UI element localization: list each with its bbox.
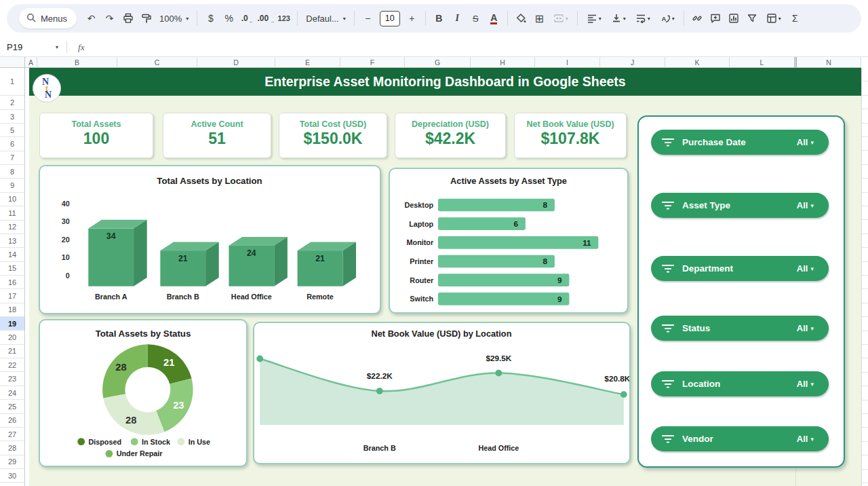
- kpi-card-total-cost-usd[interactable]: Total Cost (USD)$150.0K: [279, 113, 387, 158]
- row-header-18[interactable]: 18: [0, 303, 24, 317]
- row-header-19[interactable]: 19: [0, 317, 24, 331]
- fill-color-icon[interactable]: [512, 9, 530, 28]
- name-box[interactable]: P19 ▾: [0, 42, 65, 52]
- chart-card-net-book-value-by-location[interactable]: Net Book Value (USD) by Location$22.2K$2…: [253, 322, 631, 464]
- row-header-3[interactable]: 3: [0, 110, 24, 124]
- filter-pill-vendor[interactable]: VendorAll▾: [651, 426, 829, 451]
- filter-value-dropdown[interactable]: All▾: [797, 323, 814, 333]
- filter-value-dropdown[interactable]: All▾: [797, 200, 814, 210]
- decrease-decimal-icon[interactable]: .0←: [238, 9, 256, 28]
- filter-pill-asset-type[interactable]: Asset TypeAll▾: [651, 193, 829, 218]
- font-select[interactable]: Defaul...▾: [302, 9, 349, 28]
- increase-font-size-icon[interactable]: +: [403, 9, 421, 28]
- text-color-icon[interactable]: A: [485, 9, 503, 28]
- column-header-I[interactable]: I: [535, 57, 600, 68]
- chart-card-active-assets-by-asset-type[interactable]: Active Assets by Asset TypeDesktop8Lapto…: [389, 168, 629, 314]
- row-header-25[interactable]: 25: [0, 400, 24, 413]
- text-rotation-icon[interactable]: A▾: [655, 9, 679, 28]
- row-header-9[interactable]: 9: [0, 179, 24, 192]
- functions-icon[interactable]: Σ: [786, 9, 804, 28]
- insert-comment-icon[interactable]: [707, 9, 725, 28]
- kpi-card-active-count[interactable]: Active Count51: [163, 113, 271, 158]
- print-icon[interactable]: [119, 9, 137, 28]
- row-header-12[interactable]: 12: [0, 221, 24, 234]
- row-header-15[interactable]: 15: [0, 262, 24, 276]
- filter-value-dropdown[interactable]: All▾: [797, 263, 814, 274]
- row-header-28[interactable]: 28: [0, 441, 24, 455]
- column-header-C[interactable]: C: [117, 57, 197, 68]
- filter-value-dropdown[interactable]: All▾: [797, 137, 814, 147]
- row-header-7[interactable]: 7: [0, 151, 24, 165]
- kpi-card-net-book-value-usd[interactable]: Net Book Value (USD)$107.8K: [514, 113, 627, 158]
- row-header-20[interactable]: 20: [0, 331, 24, 344]
- column-header-J[interactable]: J: [600, 57, 665, 68]
- horizontal-align-icon[interactable]: ▾: [582, 9, 606, 28]
- increase-decimal-icon[interactable]: .00→: [256, 9, 275, 28]
- column-header-G[interactable]: G: [405, 57, 471, 68]
- italic-icon[interactable]: I: [448, 9, 467, 28]
- insert-link-icon[interactable]: [688, 9, 707, 28]
- row-header-27[interactable]: 27: [0, 428, 24, 441]
- row-header-10[interactable]: 10: [0, 193, 24, 206]
- select-all-corner[interactable]: [0, 57, 25, 68]
- column-header-K[interactable]: K: [665, 57, 730, 68]
- kpi-card-depreciation-usd[interactable]: Depreciation (USD)$42.2K: [395, 113, 506, 158]
- chart-card-total-assets-by-location[interactable]: Total Assets by Location40302010034Branc…: [39, 165, 381, 314]
- chart-card-total-assets-by-status[interactable]: Total Assets by Status21232828DisposedIn…: [39, 319, 248, 467]
- filter-value-dropdown[interactable]: All▾: [797, 434, 814, 444]
- merge-cells-icon[interactable]: ▾: [549, 9, 573, 28]
- row-header-6[interactable]: 6: [0, 137, 24, 151]
- table-views-icon[interactable]: ▾: [762, 9, 786, 28]
- bold-icon[interactable]: B: [430, 9, 448, 28]
- redo-icon[interactable]: ↷: [100, 9, 119, 28]
- row-header-2[interactable]: 2: [0, 96, 24, 110]
- row-header-23[interactable]: 23: [0, 372, 24, 386]
- create-filter-icon[interactable]: [743, 9, 762, 28]
- sheet-gutter[interactable]: [861, 68, 868, 486]
- more-formats-icon[interactable]: 123: [275, 9, 293, 28]
- column-header-D[interactable]: D: [197, 57, 275, 68]
- row-header-14[interactable]: 14: [0, 248, 24, 261]
- row-header-16[interactable]: 16: [0, 276, 24, 289]
- row-header-26[interactable]: 26: [0, 414, 24, 428]
- text-wrap-icon[interactable]: ▾: [631, 9, 655, 28]
- zoom-select[interactable]: 100%▾: [155, 9, 193, 28]
- menus-button[interactable]: Menus: [19, 8, 77, 29]
- row-header-17[interactable]: 17: [0, 289, 24, 303]
- row-header-21[interactable]: 21: [0, 345, 24, 358]
- filter-pill-purchase-date[interactable]: Purchase DateAll▾: [651, 130, 829, 155]
- column-header-B[interactable]: B: [37, 57, 117, 68]
- column-header-A[interactable]: A: [25, 57, 37, 68]
- row-header-13[interactable]: 13: [0, 234, 24, 248]
- row-header-30[interactable]: 30: [0, 469, 24, 483]
- name-box-caret-icon[interactable]: ▾: [56, 44, 58, 50]
- filter-pill-location[interactable]: LocationAll▾: [651, 371, 829, 396]
- format-currency-icon[interactable]: $: [201, 9, 220, 28]
- undo-icon[interactable]: ↶: [82, 9, 100, 28]
- column-header-H[interactable]: H: [471, 57, 535, 68]
- row-header-31[interactable]: 31: [0, 483, 24, 486]
- borders-icon[interactable]: ⊞: [530, 9, 549, 28]
- font-size-input[interactable]: 10: [380, 11, 400, 26]
- row-header-5[interactable]: 5: [0, 124, 24, 137]
- filter-value-dropdown[interactable]: All▾: [797, 379, 814, 389]
- vertical-align-icon[interactable]: ▾: [606, 9, 631, 28]
- filter-pill-status[interactable]: StatusAll▾: [651, 316, 829, 341]
- insert-chart-icon[interactable]: [725, 9, 743, 28]
- paint-format-icon[interactable]: [137, 9, 155, 28]
- column-header-E[interactable]: E: [275, 57, 340, 68]
- column-header-N[interactable]: N: [795, 57, 861, 68]
- column-header-F[interactable]: F: [340, 57, 405, 68]
- strikethrough-icon[interactable]: S: [467, 9, 485, 28]
- kpi-card-total-assets[interactable]: Total Assets100: [39, 113, 153, 158]
- row-header-22[interactable]: 22: [0, 358, 24, 372]
- column-header-L[interactable]: L: [730, 57, 795, 68]
- row-header-11[interactable]: 11: [0, 206, 24, 220]
- row-header-24[interactable]: 24: [0, 386, 24, 400]
- decrease-font-size-icon[interactable]: −: [359, 9, 377, 28]
- filter-pill-department[interactable]: DepartmentAll▾: [651, 256, 829, 281]
- row-header-1[interactable]: 1: [0, 68, 24, 96]
- format-percent-icon[interactable]: %: [220, 9, 238, 28]
- row-header-29[interactable]: 29: [0, 455, 24, 469]
- row-header-8[interactable]: 8: [0, 165, 24, 179]
